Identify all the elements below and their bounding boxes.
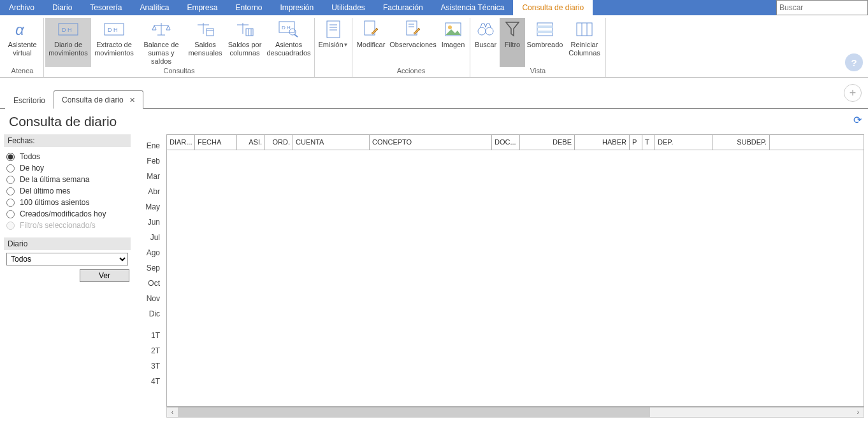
filtro-button[interactable]: Filtro — [500, 18, 525, 67]
month-Dic[interactable]: Dic — [131, 306, 166, 321]
radio-semana[interactable] — [6, 176, 15, 184]
asientos-descuadrados-button[interactable]: D H Asientos descuadrados — [264, 18, 313, 67]
svg-rect-35 — [537, 31, 553, 33]
col-ord[interactable]: ORD. — [265, 135, 293, 150]
col-concepto[interactable]: CONCEPTO — [370, 135, 492, 150]
ribbon-group-atenea: α Asistente virtual Atenea — [1, 18, 44, 77]
diario-select[interactable]: Todos — [6, 253, 128, 265]
asistente-virtual-button[interactable]: α Asistente virtual — [3, 18, 42, 67]
svg-rect-21 — [327, 21, 340, 38]
saldos-mensuales-button[interactable]: Saldos mensuales — [185, 18, 225, 67]
month-2T[interactable]: 2T — [131, 343, 166, 358]
radio-todos[interactable] — [6, 153, 15, 161]
month-Jun[interactable]: Jun — [131, 215, 166, 230]
month-Sep[interactable]: Sep — [131, 260, 166, 276]
menu-entorno[interactable]: Entorno — [226, 0, 271, 15]
sombreado-button[interactable]: Sombreado — [525, 18, 565, 67]
col-t[interactable]: T — [642, 135, 655, 150]
saldos-columnas-button[interactable]: Saldos por columnas — [225, 18, 264, 67]
balance-sumas-button[interactable]: Balance de sumas y saldos — [137, 18, 185, 67]
month-Mar[interactable]: Mar — [131, 169, 166, 184]
fecha-option-creados[interactable]: Creados/modificados hoy — [6, 208, 128, 220]
month-4T[interactable]: 4T — [131, 374, 166, 389]
data-grid[interactable]: DIAR...FECHAASI.ORD.CUENTACONCEPTODOC...… — [166, 134, 864, 407]
close-icon[interactable]: ✕ — [129, 96, 135, 104]
extracto-movimientos-button[interactable]: D H Extracto de movimientos — [91, 18, 137, 67]
scroll-track[interactable] — [178, 407, 853, 417]
ribbon-group-emision: Emisión▼ — [315, 18, 352, 77]
month-Jul[interactable]: Jul — [131, 230, 166, 245]
svg-rect-34 — [537, 25, 553, 28]
col-subdep[interactable]: SUBDEP. — [712, 135, 770, 150]
col-p[interactable]: P — [630, 135, 642, 150]
fecha-option-mes[interactable]: Del último mes — [6, 185, 128, 197]
menu-diario[interactable]: Diario — [43, 0, 81, 15]
col-haber[interactable]: HABER — [575, 135, 630, 150]
emision-button[interactable]: Emisión▼ — [316, 18, 351, 67]
menu-analitica[interactable]: Analítica — [131, 0, 178, 15]
radio-hoy[interactable] — [6, 164, 15, 173]
month-column: EneFebMarAbrMayJunJulAgoSepOctNovDic1T2T… — [131, 134, 166, 418]
ribbon-group-acciones: Modificar Observaciones Imagen Acciones — [352, 18, 470, 77]
month-Oct[interactable]: Oct — [131, 276, 166, 291]
col-cuenta[interactable]: CUENTA — [293, 135, 370, 150]
menu-tesoreria[interactable]: Tesorería — [81, 0, 131, 15]
scroll-thumb[interactable] — [178, 407, 650, 417]
month-Abr[interactable]: Abr — [131, 184, 166, 199]
funnel-icon — [502, 19, 523, 39]
svg-text:α: α — [15, 21, 25, 38]
diario-movimientos-button[interactable]: D H Diario de movimientos — [45, 18, 91, 67]
dh2-icon: D H — [104, 19, 124, 39]
svg-rect-33 — [537, 23, 553, 36]
buscar-button[interactable]: Buscar — [472, 18, 500, 67]
scroll-right-arrow[interactable]: › — [853, 409, 864, 416]
scale-icon — [151, 19, 171, 39]
radio-creados[interactable] — [6, 210, 15, 218]
col-dep[interactable]: DEP. — [655, 135, 712, 150]
observaciones-button[interactable]: Observaciones — [388, 18, 438, 67]
radio-100[interactable] — [6, 199, 15, 207]
month-May[interactable]: May — [131, 199, 166, 215]
tab-consulta-diario[interactable]: Consulta de diario ✕ — [54, 90, 143, 109]
svg-point-32 — [486, 27, 493, 35]
search-input[interactable] — [779, 3, 865, 12]
tab-escritorio[interactable]: Escritorio — [5, 91, 54, 109]
menu-facturacion[interactable]: Facturación — [374, 0, 432, 15]
add-tab-button[interactable]: + — [844, 84, 862, 102]
col-doc[interactable]: DOC... — [492, 135, 520, 150]
shade-icon — [535, 19, 555, 39]
col-debe[interactable]: DEBE — [520, 135, 575, 150]
month-1T[interactable]: 1T — [131, 328, 166, 343]
menu-impresion[interactable]: Impresión — [271, 0, 322, 15]
refresh-icon[interactable]: ⟳ — [853, 114, 862, 126]
month-Ene[interactable]: Ene — [131, 138, 166, 153]
menu-archivo[interactable]: Archivo — [0, 0, 43, 15]
radio-filtro — [6, 222, 15, 230]
col-fecha[interactable]: FECHA — [195, 135, 237, 150]
modificar-button[interactable]: Modificar — [354, 18, 388, 67]
menu-utilidades[interactable]: Utilidades — [322, 0, 374, 15]
scroll-left-arrow[interactable]: ‹ — [167, 409, 178, 416]
menu-asistencia[interactable]: Asistencia Técnica — [432, 0, 514, 15]
menu-consulta-diario[interactable]: Consulta de diario — [513, 0, 593, 15]
month-3T[interactable]: 3T — [131, 358, 166, 374]
help-button[interactable]: ? — [845, 53, 863, 71]
col-asi[interactable]: ASI. — [237, 135, 265, 150]
ribbon-group-label: Atenea — [11, 67, 34, 76]
month-Feb[interactable]: Feb — [131, 153, 166, 169]
fecha-option-semana[interactable]: De la última semana — [6, 174, 128, 185]
fecha-option-100[interactable]: 100 últimos asientos — [6, 197, 128, 208]
reiniciar-columnas-button[interactable]: Reiniciar Columnas — [565, 18, 604, 67]
fecha-option-todos[interactable]: Todos — [6, 151, 128, 162]
col-diar[interactable]: DIAR... — [167, 135, 195, 150]
month-Ago[interactable]: Ago — [131, 245, 166, 260]
month-Nov[interactable]: Nov — [131, 291, 166, 306]
imagen-button[interactable]: Imagen — [438, 18, 468, 67]
filter-panel: Fechas: Todos De hoy De la última semana… — [0, 134, 131, 418]
radio-mes[interactable] — [6, 187, 15, 195]
ver-button[interactable]: Ver — [80, 269, 129, 282]
fecha-option-hoy[interactable]: De hoy — [6, 162, 128, 174]
menu-empresa[interactable]: Empresa — [178, 0, 226, 15]
horizontal-scrollbar[interactable]: ‹ › — [166, 407, 864, 418]
content: Fechas: Todos De hoy De la última semana… — [0, 134, 868, 418]
